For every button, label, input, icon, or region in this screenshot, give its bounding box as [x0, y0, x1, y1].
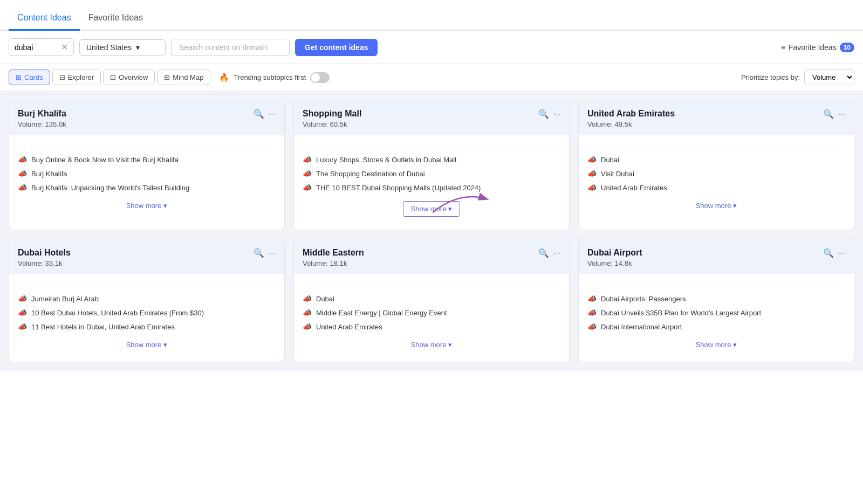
search-icon[interactable]: 🔍: [823, 109, 834, 119]
megaphone-icon: 📣: [303, 308, 312, 317]
view-explorer-button[interactable]: ⊟ Explorer: [52, 70, 101, 85]
fire-icon: 🔥: [219, 73, 229, 82]
card-item-text: Visit Dubai: [601, 170, 634, 178]
more-options-icon[interactable]: ···: [269, 248, 276, 258]
app-container: Content Ideas Favorite Ideas ✕ United St…: [0, 0, 863, 504]
show-more-button[interactable]: Show more ▾: [696, 341, 737, 349]
card-item: 📣 Buy Online & Book Now to Visit the Bur…: [18, 153, 276, 167]
card-item: 📣 United Arab Emirates: [303, 320, 560, 334]
chevron-down-icon: ▾: [136, 43, 140, 52]
show-more-wrap: Show more ▾: [587, 334, 845, 353]
trending-toggle-switch[interactable]: [310, 72, 330, 83]
card-item-text: Dubai: [601, 156, 619, 164]
card-item: 📣 United Arab Emirates: [587, 181, 845, 195]
more-options-icon[interactable]: ···: [269, 109, 276, 119]
explorer-icon: ⊟: [59, 73, 65, 81]
search-icon[interactable]: 🔍: [538, 248, 549, 258]
header-tabs: Content Ideas Favorite Ideas: [0, 0, 863, 31]
card-body: 📣 Dubai 📣 Middle East Energy | Global En…: [294, 274, 569, 362]
cards-grid: Burj Khalifa Volume: 135.0k 🔍 ··· 📣 Buy …: [0, 91, 863, 371]
card-item: 📣 Dubai: [587, 153, 845, 167]
search-icon[interactable]: 🔍: [538, 109, 549, 119]
card-dubai-hotels: Dubai Hotels Volume: 33.1k 🔍 ··· 📣 Jumei…: [9, 239, 285, 362]
show-more-wrap: Show more ▾: [303, 195, 560, 221]
country-selector[interactable]: United States ▾: [79, 39, 166, 56]
card-volume: Volume: 60.5k: [303, 120, 361, 128]
card-item: 📣 Dubai Unveils $35B Plan for World's La…: [587, 306, 845, 320]
search-icon[interactable]: 🔍: [254, 248, 264, 258]
favorite-ideas-label: Favorite Ideas: [789, 43, 837, 52]
prioritize-label: Prioritize topics by:: [741, 73, 800, 81]
card-item-text: United Arab Emirates: [601, 184, 667, 192]
card-item-text: Middle East Energy | Global Energy Event: [316, 309, 447, 317]
show-more-button[interactable]: Show more ▾: [411, 341, 453, 349]
more-options-icon[interactable]: ···: [838, 248, 845, 258]
megaphone-icon: 📣: [18, 308, 27, 317]
megaphone-icon: 📣: [587, 155, 597, 164]
trending-label: Trending subtopics first: [234, 73, 306, 81]
card-divider: [587, 287, 845, 287]
megaphone-icon: 📣: [587, 183, 597, 192]
prioritize-section: Prioritize topics by: Volume Trending Di…: [741, 70, 854, 85]
card-body: 📣 Jumeirah Burj Al Arab 📣 10 Best Dubai …: [9, 274, 284, 362]
chevron-down-icon: ▾: [163, 341, 167, 349]
show-more-button[interactable]: Show more ▾: [126, 341, 168, 349]
keyword-search-wrap: ✕: [9, 38, 74, 56]
card-header: Middle Eastern Volume: 18.1k 🔍 ···: [294, 239, 569, 274]
show-more-wrap: Show more ▾: [587, 195, 845, 214]
card-burj-khalifa: Burj Khalifa Volume: 135.0k 🔍 ··· 📣 Buy …: [9, 100, 285, 230]
view-mindmap-button[interactable]: ⊞ Mind Map: [157, 70, 210, 85]
card-item-text: Luxury Shops, Stores & Outlets in Dubai …: [316, 156, 456, 164]
card-item: 📣 Burj Khalifa: Unpacking the World's Ta…: [18, 181, 276, 195]
megaphone-icon: 📣: [303, 322, 312, 331]
card-item: 📣 Middle East Energy | Global Energy Eve…: [303, 306, 560, 320]
view-cards-button[interactable]: ⊞ Cards: [9, 70, 50, 85]
mindmap-icon: ⊞: [164, 73, 170, 81]
card-title: Middle Eastern: [303, 248, 364, 258]
card-body: 📣 Buy Online & Book Now to Visit the Bur…: [9, 135, 284, 223]
search-icon[interactable]: 🔍: [823, 248, 834, 258]
card-item-text: Buy Online & Book Now to Visit the Burj …: [31, 156, 179, 164]
keyword-search-input[interactable]: [15, 43, 58, 52]
more-options-icon[interactable]: ···: [553, 248, 560, 258]
more-options-icon[interactable]: ···: [838, 109, 845, 119]
show-more-button[interactable]: Show more ▾: [696, 202, 737, 210]
megaphone-icon: 📣: [18, 294, 27, 303]
view-overview-button[interactable]: ⊡ Overview: [103, 70, 155, 85]
card-item-text: Burj Khalifa: [31, 170, 67, 178]
chevron-down-icon: ▾: [733, 202, 737, 210]
card-volume: Volume: 49.5k: [587, 120, 675, 128]
favorite-ideas-button[interactable]: ≡ Favorite Ideas 10: [781, 43, 854, 52]
card-item: 📣 Luxury Shops, Stores & Outlets in Duba…: [303, 153, 560, 167]
tab-favorite-ideas[interactable]: Favorite Ideas: [80, 9, 152, 31]
card-divider: [303, 287, 560, 287]
megaphone-icon: 📣: [587, 308, 597, 317]
domain-search-input[interactable]: Search content on domain: [171, 39, 290, 56]
card-middle-eastern: Middle Eastern Volume: 18.1k 🔍 ··· 📣 Dub…: [293, 239, 570, 362]
megaphone-icon: 📣: [303, 183, 312, 192]
favorite-count-badge: 10: [840, 43, 854, 52]
card-divider: [303, 148, 560, 148]
card-item: 📣 Visit Dubai: [587, 167, 845, 181]
clear-search-icon[interactable]: ✕: [61, 42, 68, 52]
card-title: Dubai Airport: [587, 248, 642, 258]
volume-select[interactable]: Volume Trending Difficulty: [804, 70, 854, 85]
megaphone-icon: 📣: [303, 169, 312, 178]
show-more-button[interactable]: Show more ▾: [126, 202, 168, 210]
show-more-wrap: Show more ▾: [18, 334, 276, 353]
tab-content-ideas[interactable]: Content Ideas: [9, 9, 80, 31]
get-content-ideas-button[interactable]: Get content ideas: [295, 39, 378, 56]
show-more-button[interactable]: Show more ▾: [403, 201, 461, 217]
more-options-icon[interactable]: ···: [553, 109, 560, 119]
card-header: Burj Khalifa Volume: 135.0k 🔍 ···: [9, 100, 284, 135]
megaphone-icon: 📣: [18, 169, 27, 178]
overview-icon: ⊡: [110, 73, 116, 81]
chevron-down-icon: ▾: [163, 202, 167, 210]
card-header: United Arab Emirates Volume: 49.5k 🔍 ···: [579, 100, 854, 135]
card-item: 📣 10 Best Dubai Hotels, United Arab Emir…: [18, 306, 276, 320]
card-shopping-mall: Shopping Mall Volume: 60.5k 🔍 ··· 📣 Luxu…: [293, 100, 570, 230]
search-icon[interactable]: 🔍: [254, 109, 264, 119]
card-item-text: Dubai International Airport: [601, 323, 682, 331]
card-item: 📣 Dubai International Airport: [587, 320, 845, 334]
card-title: Shopping Mall: [303, 109, 361, 119]
